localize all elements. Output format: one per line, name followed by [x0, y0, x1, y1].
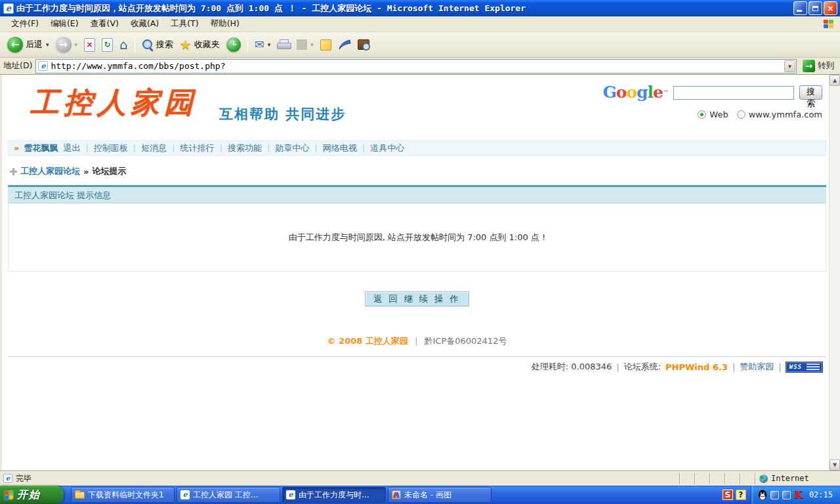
stop-icon: × [84, 38, 95, 52]
nav-logout-link[interactable]: 退出 [63, 142, 80, 154]
address-field[interactable]: e ▾ [35, 59, 797, 74]
breadcrumb-current: 论坛提示 [92, 165, 126, 177]
nav-webtv-link[interactable]: 网络电视 [323, 142, 357, 154]
menu-help[interactable]: 帮助(H) [205, 16, 245, 32]
breadcrumb-separator: » [83, 167, 89, 177]
edit-icon [297, 39, 307, 50]
google-search-button[interactable]: 搜索 [799, 85, 822, 100]
taskbar-task-current[interactable]: e 由于工作力度与时... [282, 487, 386, 503]
scroll-down-button[interactable]: ▼ [830, 459, 840, 471]
breadcrumb: 工控人家园论坛 » 论坛提示 [10, 165, 826, 177]
status-pane [679, 473, 694, 484]
input-help-icon[interactable]: ? [736, 490, 746, 500]
search-label: 搜索 [156, 39, 173, 51]
start-button[interactable]: 开始 [0, 486, 64, 504]
thunder-button[interactable] [335, 37, 354, 52]
title-bar: e 由于工作力度与时间原因，站点开放发帖时间为 7:00 点到 1:00 点 ！… [0, 0, 840, 16]
history-button[interactable] [223, 36, 244, 53]
edit-button: ▾ [293, 38, 317, 51]
sogou-input-icon[interactable]: S [723, 490, 733, 500]
sponsor-link[interactable]: 赞助家园 [740, 361, 774, 373]
return-continue-button[interactable]: 返 回 继 续 操 作 [365, 291, 469, 306]
edit-dropdown-icon: ▾ [310, 41, 314, 48]
phpwind-link[interactable]: PHPWind 6.3 [665, 362, 728, 372]
system-tray: K 02:15 [751, 486, 840, 504]
vertical-scrollbar[interactable]: ▲ ▼ [829, 75, 840, 471]
taskbar-task-paint[interactable]: 未命名 - 画图 [388, 487, 492, 503]
radio-web[interactable] [698, 110, 706, 119]
nav-stats-link[interactable]: 统计排行 [180, 142, 215, 154]
toolbar: ← 后退 ▾ → ▾ × ↻ ⌂ 搜索 ★ 收藏夹 ✉ [0, 32, 840, 58]
windows-flag-icon [5, 490, 13, 499]
radio-web-label: Web [709, 110, 728, 119]
book-search-icon [358, 39, 369, 50]
google-search-input[interactable] [673, 86, 794, 100]
favorites-button[interactable]: ★ 收藏夹 [177, 37, 223, 52]
print-icon [277, 39, 290, 50]
messenger-icon [320, 39, 331, 51]
google-search-box: Google™ 搜索 Web www.ymmfa.com [606, 84, 822, 119]
back-label: 后退 [26, 39, 43, 51]
minimize-button[interactable] [793, 1, 807, 15]
nav-medals-link[interactable]: 勋章中心 [275, 142, 309, 154]
mail-button[interactable]: ✉ ▾ [251, 37, 274, 52]
thunder-swoosh-icon [338, 39, 351, 51]
menu-edit[interactable]: 编辑(E) [45, 16, 85, 32]
nav-items-link[interactable]: 道具中心 [370, 142, 404, 154]
close-icon: × [827, 4, 833, 13]
nav-username-link[interactable]: 雪花飘飘 [24, 142, 58, 154]
notice-header: 工控人家园论坛 提示信息 [8, 187, 826, 203]
address-dropdown-button[interactable]: ▾ [784, 60, 795, 72]
stop-button[interactable]: × [81, 37, 98, 53]
address-bar: 地址(D) e ▾ → 转到 [0, 58, 840, 75]
forward-button[interactable]: → ▾ [52, 35, 81, 54]
tray-k-icon[interactable]: K [794, 490, 803, 500]
go-button[interactable]: → 转到 [800, 59, 837, 73]
tray-message-icon[interactable] [782, 491, 791, 499]
search-icon [142, 39, 154, 51]
back-dropdown-icon[interactable]: ▾ [46, 41, 49, 48]
print-button[interactable] [274, 38, 293, 51]
taskbar-task-forum[interactable]: e 工控人家园 工控... [177, 487, 280, 503]
restore-button[interactable] [808, 1, 822, 15]
tray-message-icon[interactable] [770, 491, 779, 499]
taskbar-task-folder[interactable]: 下载资料临时文件夹1 [71, 487, 175, 503]
go-label: 转到 [818, 60, 834, 72]
refresh-button[interactable]: ↻ [98, 37, 116, 53]
ie-icon: e [180, 490, 190, 499]
ie-window: e 由于工作力度与时间原因，站点开放发帖时间为 7:00 点到 1:00 点 ！… [0, 0, 840, 504]
menu-favorites[interactable]: 收藏(A) [125, 16, 165, 32]
messenger-button[interactable] [317, 38, 335, 52]
scroll-up-button[interactable]: ▲ [830, 75, 840, 86]
breadcrumb-forum-link[interactable]: 工控人家园论坛 [20, 165, 80, 177]
system-label: 论坛系统: [624, 361, 661, 373]
copyright-link[interactable]: © 2008 工控人家园 [327, 336, 408, 346]
radio-site[interactable] [737, 110, 746, 119]
mail-dropdown-icon[interactable]: ▾ [268, 41, 271, 48]
nav-control-panel-link[interactable]: 控制面板 [94, 142, 128, 154]
close-button[interactable]: × [824, 1, 837, 15]
search-button[interactable]: 搜索 [138, 37, 177, 52]
menu-file[interactable]: 文件(F) [5, 16, 45, 32]
nav-messages-link[interactable]: 短消息 [141, 142, 167, 154]
menu-tools[interactable]: 工具(T) [165, 16, 204, 32]
nav-search-link[interactable]: 搜索功能 [228, 142, 262, 154]
menu-view[interactable]: 查看(V) [85, 16, 125, 32]
address-input[interactable] [51, 61, 784, 71]
start-label: 开始 [17, 486, 41, 504]
windows-logo-icon [824, 20, 833, 28]
back-button[interactable]: ← 后退 ▾ [4, 35, 52, 54]
forward-dropdown-icon: ▾ [75, 41, 78, 48]
site-logo[interactable]: 工控人家园 [30, 85, 198, 119]
wss-badge[interactable]: WSS [786, 362, 822, 372]
status-pane [709, 473, 724, 484]
status-text: 完毕 [16, 473, 32, 484]
history-icon [226, 37, 241, 52]
qq-penguin-icon[interactable] [758, 490, 767, 500]
status-pane [740, 473, 755, 484]
research-button[interactable] [354, 38, 373, 51]
site-slogan: 互相帮助 共同进步 [219, 105, 346, 123]
refresh-icon: ↻ [102, 38, 113, 52]
home-button[interactable]: ⌂ [116, 37, 131, 52]
task-buttons: 下载资料临时文件夹1 e 工控人家园 工控... e 由于工作力度与时... 未… [64, 486, 492, 504]
